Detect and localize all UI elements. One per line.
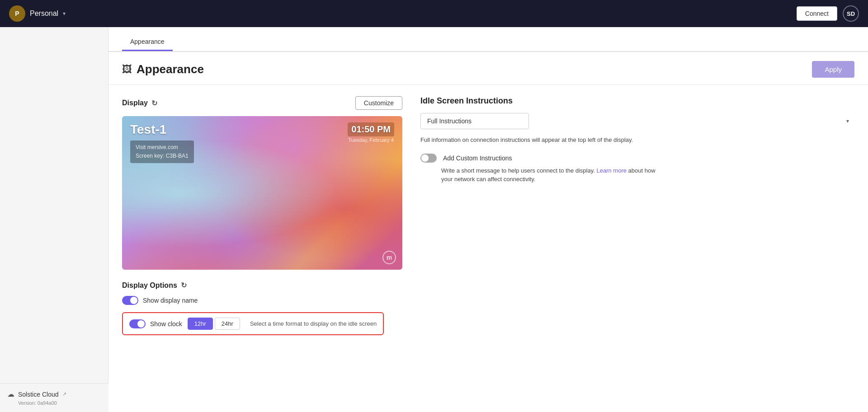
nav-left: P Personal ▾ bbox=[9, 5, 66, 22]
idle-screen-title: Idle Screen Instructions bbox=[420, 96, 854, 106]
org-avatar: P bbox=[9, 5, 25, 22]
show-display-name-row: Show display name bbox=[122, 296, 402, 305]
display-options-title: Display Options ↻ bbox=[122, 281, 402, 290]
bottom-bar: ☁ Solstice Cloud ↗ Version: 0a94a00 bbox=[0, 383, 108, 412]
right-column: Idle Screen Instructions Full Instructio… bbox=[420, 96, 854, 335]
show-clock-section: Show clock 12hr 24hr Select a time forma… bbox=[122, 312, 384, 335]
format-12hr-button[interactable]: 12hr bbox=[188, 318, 213, 330]
preview-connection-info: Visit mersive.com Screen key: C3B-BA1 bbox=[130, 140, 194, 163]
main-content: Appearance 🖼 Appearance Apply Display ↻ … bbox=[108, 27, 868, 412]
display-title: Display ↻ bbox=[122, 99, 157, 108]
content-area: Display ↻ Customize Test-1 Visit mersive… bbox=[108, 85, 868, 346]
display-options-title-text: Display Options bbox=[122, 281, 177, 290]
page-title: Appearance bbox=[137, 62, 204, 76]
show-clock-toggle[interactable] bbox=[129, 319, 146, 328]
external-link-icon[interactable]: ↗ bbox=[62, 391, 66, 397]
display-title-text: Display bbox=[122, 99, 148, 107]
display-preview: Test-1 Visit mersive.com Screen key: C3B… bbox=[122, 116, 402, 270]
preview-clock: 01:50 PM Tuesday, February 4 bbox=[348, 122, 394, 143]
clock-toggle-row: Show clock bbox=[129, 319, 182, 328]
page-header: 🖼 Appearance Apply bbox=[108, 52, 868, 85]
clock-format-row: 12hr 24hr bbox=[188, 318, 240, 330]
custom-instructions-description: Write a short message to help users conn… bbox=[441, 166, 667, 184]
apply-button[interactable]: Apply bbox=[812, 61, 854, 78]
left-column: Display ↻ Customize Test-1 Visit mersive… bbox=[122, 96, 402, 335]
preview-display-name: Test-1 bbox=[130, 122, 194, 137]
nav-right: Connect SD bbox=[797, 5, 859, 22]
instructions-dropdown[interactable]: Full Instructions Minimal Instructions N… bbox=[420, 113, 529, 129]
preview-logo: m bbox=[382, 251, 396, 264]
preview-visit-text: Visit mersive.com bbox=[136, 143, 189, 152]
custom-instructions-section: Add Custom Instructions Write a short me… bbox=[420, 154, 854, 184]
dropdown-chevron-icon: ▾ bbox=[846, 118, 849, 124]
custom-instructions-row: Add Custom Instructions bbox=[420, 154, 854, 163]
org-chevron-icon[interactable]: ▾ bbox=[63, 10, 66, 17]
display-refresh-icon[interactable]: ↻ bbox=[151, 99, 157, 108]
display-options-section: Display Options ↻ Show display name Show… bbox=[122, 281, 402, 335]
format-24hr-button[interactable]: 24hr bbox=[215, 318, 240, 330]
appearance-icon: 🖼 bbox=[122, 64, 132, 75]
show-display-name-toggle[interactable] bbox=[122, 296, 138, 305]
connect-button[interactable]: Connect bbox=[797, 6, 837, 21]
solstice-icon: ☁ bbox=[7, 390, 14, 398]
show-clock-label: Show clock bbox=[150, 320, 182, 328]
customize-button[interactable]: Customize bbox=[355, 96, 402, 110]
breadcrumb-appearance-tab[interactable]: Appearance bbox=[122, 33, 173, 51]
preview-time: 01:50 PM bbox=[348, 122, 394, 136]
top-navigation: P Personal ▾ Connect SD bbox=[0, 0, 868, 27]
instructions-description: Full information on connection instructi… bbox=[420, 136, 646, 145]
sidebar bbox=[0, 27, 108, 412]
clock-format-description: Select a time format to display on the i… bbox=[250, 320, 377, 327]
custom-instructions-label: Add Custom Instructions bbox=[443, 154, 512, 162]
org-name: Personal bbox=[30, 9, 58, 18]
user-avatar[interactable]: SD bbox=[843, 5, 859, 22]
page-title-row: 🖼 Appearance bbox=[122, 62, 204, 76]
show-display-name-label: Show display name bbox=[143, 297, 198, 304]
solstice-cloud-label: Solstice Cloud bbox=[18, 391, 59, 398]
breadcrumb: Appearance bbox=[108, 27, 868, 52]
preview-info-block: Test-1 Visit mersive.com Screen key: C3B… bbox=[130, 122, 194, 163]
display-options-refresh-icon[interactable]: ↻ bbox=[181, 281, 187, 290]
preview-screen-key: Screen key: C3B-BA1 bbox=[136, 152, 189, 160]
custom-desc-text: Write a short message to help users conn… bbox=[441, 167, 595, 174]
display-section-header: Display ↻ Customize bbox=[122, 96, 402, 110]
instructions-dropdown-container: Full Instructions Minimal Instructions N… bbox=[420, 113, 854, 129]
version-text: Version: 0a94a00 bbox=[18, 400, 101, 406]
custom-instructions-toggle[interactable] bbox=[420, 154, 437, 163]
preview-date: Tuesday, February 4 bbox=[348, 137, 394, 143]
solstice-cloud-row: ☁ Solstice Cloud ↗ bbox=[7, 390, 101, 398]
learn-more-link[interactable]: Learn more bbox=[597, 167, 627, 174]
